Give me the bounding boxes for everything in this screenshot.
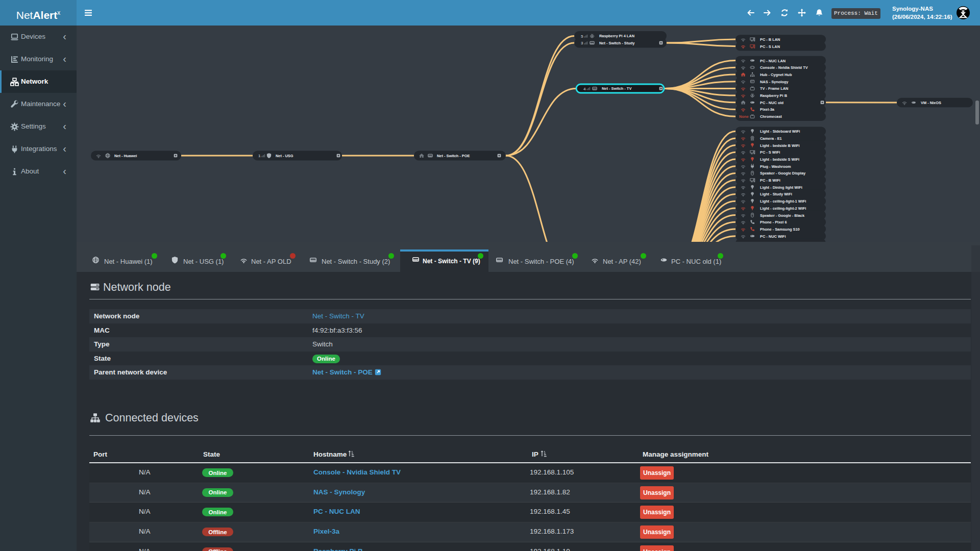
svg-text:Light - ceiling-light-1 WiFi: Light - ceiling-light-1 WiFi: [760, 199, 806, 204]
svg-text:Hub - Cygnet Hub: Hub - Cygnet Hub: [760, 72, 792, 77]
svg-text:3: 3: [581, 41, 583, 45]
svg-text:Chromecast: Chromecast: [760, 114, 782, 119]
svg-text:1: 1: [258, 154, 261, 158]
svg-text:Light - Dining light WiFi: Light - Dining light WiFi: [760, 185, 802, 190]
svg-text:Raspberry Pi 4 LAN: Raspberry Pi 4 LAN: [599, 34, 634, 38]
svg-text:Net - Huawei: Net - Huawei: [114, 154, 137, 158]
svg-text:Net - USG: Net - USG: [276, 154, 293, 158]
svg-text:Phone - Samsung S10: Phone - Samsung S10: [760, 227, 800, 232]
svg-text:Camera - E1: Camera - E1: [760, 136, 782, 141]
svg-text:Speaker - Google - Black: Speaker - Google - Black: [760, 213, 805, 218]
svg-text:Light - Sideboard WiFi: Light - Sideboard WiFi: [760, 129, 800, 134]
svg-text:Console - Nvidia Shield TV: Console - Nvidia Shield TV: [760, 65, 808, 70]
svg-text:Plug - Washroom: Plug - Washroom: [760, 164, 791, 169]
svg-text:Net - Switch - TV: Net - Switch - TV: [602, 86, 631, 91]
svg-text:4: 4: [583, 87, 586, 91]
svg-text:Light - Study WiFi: Light - Study WiFi: [760, 192, 792, 196]
svg-text:None: None: [739, 114, 749, 119]
svg-text:Raspberry Pi B: Raspberry Pi B: [760, 93, 787, 98]
svg-text:PC - NUC old: PC - NUC old: [760, 101, 783, 105]
svg-text:NAS - Synology: NAS - Synology: [760, 80, 789, 84]
svg-text:Light - ceiling-light-2 WiFi: Light - ceiling-light-2 WiFi: [760, 206, 806, 211]
svg-text:TV - Frame LAN: TV - Frame LAN: [760, 86, 788, 91]
svg-text:Light - bedside S WiFi: Light - bedside S WiFi: [760, 157, 799, 162]
svg-text:Light - bedside B WiFi: Light - bedside B WiFi: [760, 143, 800, 148]
svg-text:PC - B WiFi: PC - B WiFi: [760, 178, 780, 183]
svg-text:PC - S LAN: PC - S LAN: [760, 44, 780, 49]
svg-text:Net - Switch - Study: Net - Switch - Study: [599, 41, 635, 45]
svg-text:Net - Switch - POE: Net - Switch - POE: [437, 154, 470, 158]
svg-text:PC - S WiFi: PC - S WiFi: [760, 150, 780, 155]
svg-text:5: 5: [581, 34, 583, 39]
svg-text:Pixel-3a: Pixel-3a: [760, 107, 775, 112]
svg-text:PC - NUC LAN: PC - NUC LAN: [760, 59, 786, 63]
svg-text:Phone - Pixel 6: Phone - Pixel 6: [760, 220, 787, 224]
svg-text:PC - NUC WiFi: PC - NUC WiFi: [760, 234, 786, 239]
svg-text:PC - B LAN: PC - B LAN: [760, 37, 780, 42]
svg-text:Speaker - Google Display: Speaker - Google Display: [760, 171, 806, 176]
svg-text:VM - NixOS: VM - NixOS: [921, 101, 941, 105]
